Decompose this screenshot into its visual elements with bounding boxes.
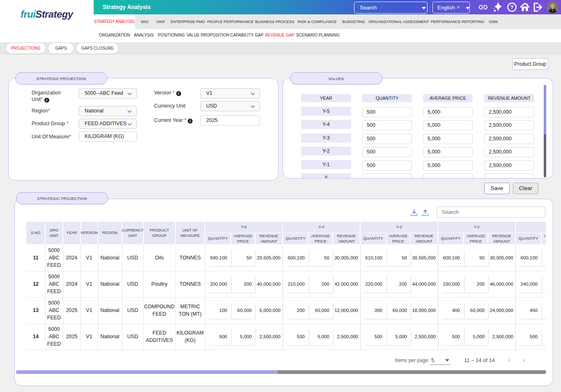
- svg-text:?: ?: [510, 4, 514, 10]
